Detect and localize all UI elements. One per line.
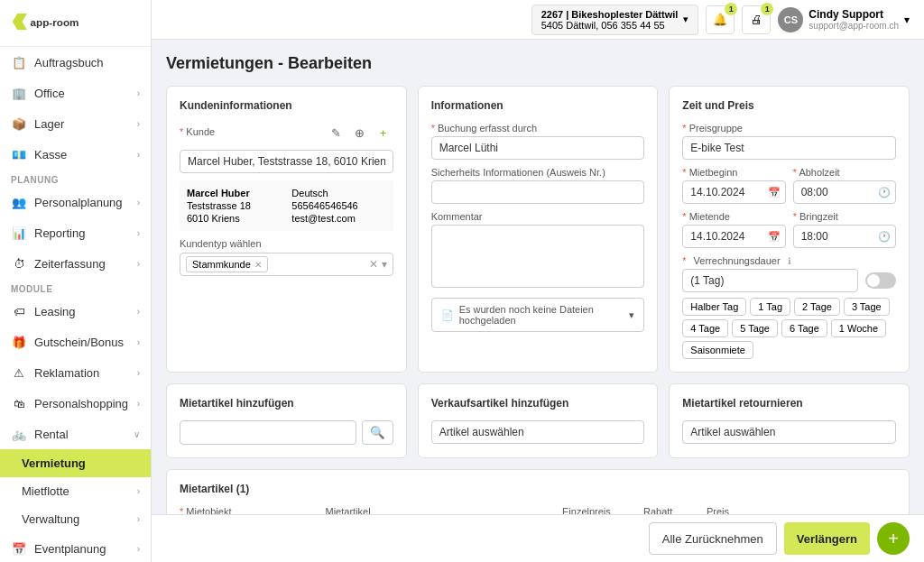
sidebar-item-lager[interactable]: 📦 Lager › <box>0 108 151 139</box>
clear-tags-button[interactable]: ✕ ▾ <box>369 258 386 271</box>
dropdown-arrow-icon: ▾ <box>629 309 634 321</box>
informationen-card: Informationen * Buchung erfasst durch Ma… <box>418 86 659 373</box>
mietbeginn-label: * Mietbeginn <box>682 167 785 178</box>
mietartikel-hinzufuegen-card: Mietartikel hinzufügen 🔍 <box>166 383 407 458</box>
sidebar-item-leasing[interactable]: 🏷 Leasing › <box>0 296 151 327</box>
copy-kunde-button[interactable]: ⊕ <box>350 123 370 143</box>
add-kunde-button[interactable]: + <box>374 123 393 143</box>
alle-zuruecknehmen-button[interactable]: Alle Zurücknehmen <box>649 522 777 555</box>
duration-button[interactable]: 6 Tage <box>781 319 827 337</box>
duration-button[interactable]: 5 Tage <box>732 319 778 337</box>
calendar-icon: 📅 <box>768 187 781 198</box>
preisgruppe-select[interactable]: E-bike Test <box>682 136 896 160</box>
kommentar-label: Kommentar <box>431 211 645 222</box>
verrechnungsdauer-select[interactable]: (1 Tag) <box>682 269 858 292</box>
preis-label: Preis <box>707 506 779 514</box>
add-button[interactable]: + <box>877 522 910 555</box>
kundentyp-tag-input[interactable]: Stammkunde ✕ ✕ ▾ <box>180 253 393 276</box>
verkaufsartikel-hinzufuegen-title: Verkaufsartikel hinzufügen <box>431 397 645 410</box>
info-icon[interactable]: ℹ <box>788 256 791 266</box>
kunde-field-row: * Kunde ✎ ⊕ + <box>180 123 393 143</box>
sidebar-item-reklamation[interactable]: ⚠ Reklamation › <box>0 357 151 388</box>
user-menu[interactable]: CS Cindy Support support@app-room.ch ▾ <box>778 7 910 32</box>
sicherheit-label: Sicherheits Informationen (Ausweis Nr.) <box>431 167 645 178</box>
sidebar-item-reporting[interactable]: 📊 Reporting › <box>0 217 151 248</box>
sidebar-item-zeiterfassung[interactable]: ⏱ Zeiterfassung › <box>0 248 151 279</box>
duration-button[interactable]: 3 Tage <box>844 298 890 316</box>
mietbeginn-input-group: 📅 <box>682 180 785 204</box>
chevron-icon: ∨ <box>134 429 140 439</box>
print-button[interactable]: 🖨 1 <box>742 5 771 34</box>
clock-icon: ⏱ <box>11 255 27 272</box>
duration-button[interactable]: 4 Tage <box>682 319 728 337</box>
mietartikel-retournieren-select[interactable]: Artikel auswählen <box>682 420 896 444</box>
buchung-label: * Buchung erfasst durch <box>431 123 645 134</box>
mietartikel-retournieren-title: Mietartikel retournieren <box>682 397 896 410</box>
duration-button[interactable]: Saisonmiete <box>682 341 753 359</box>
notification-button[interactable]: 🔔 1 <box>706 5 735 34</box>
people-icon: 👥 <box>11 194 27 210</box>
calendar-icon: 📅 <box>768 231 781 243</box>
sidebar-item-auftragsbuch[interactable]: 📋 Auftragsbuch <box>0 47 151 78</box>
remove-tag-button[interactable]: ✕ <box>254 260 262 270</box>
page-title: Vermietungen - Bearbeiten <box>166 54 910 73</box>
sidebar-item-label: Eventplanung <box>34 542 106 556</box>
customer-email: test@test.com <box>291 213 385 224</box>
sidebar-item-gutschein[interactable]: 🎁 Gutschein/Bonus › <box>0 327 151 357</box>
kommentar-textarea[interactable] <box>431 225 645 288</box>
top-cards-row: Kundeninformationen * Kunde ✎ ⊕ + Marcel… <box>166 86 910 373</box>
edit-kunde-button[interactable]: ✎ <box>327 123 346 143</box>
sidebar-item-personalplanung[interactable]: 👥 Personalplanung › <box>0 187 151 217</box>
chevron-icon: › <box>137 228 140 238</box>
svg-text:app-room: app-room <box>31 16 79 28</box>
mietobjekt-label: * Mietobjekt <box>180 506 317 514</box>
sidebar-item-label: Reklamation <box>34 366 99 380</box>
duration-button[interactable]: 1 Tag <box>750 298 790 316</box>
sidebar-item-label: Personalshopping <box>34 397 128 410</box>
clock-icon: 🕐 <box>878 231 891 243</box>
main-content: 2267 | Bikeshoplester Dättwil 5405 Dättw… <box>152 0 924 562</box>
duration-button[interactable]: 2 Tage <box>794 298 840 316</box>
warehouse-icon: 📦 <box>11 115 27 132</box>
print-badge: 1 <box>761 3 773 15</box>
sicherheit-input[interactable] <box>431 180 645 204</box>
verlaengern-button[interactable]: Verlängern <box>784 522 870 555</box>
chevron-icon: › <box>137 150 140 160</box>
sidebar-item-office[interactable]: 🏢 Office › <box>0 78 151 108</box>
sidebar-item-verwaltung[interactable]: Verwaltung › <box>0 505 151 533</box>
mietartikel-search-button[interactable]: 🔍 <box>362 420 393 445</box>
sidebar-item-kasse[interactable]: 💶 Kasse › <box>0 139 151 170</box>
sidebar-item-label: Verwaltung <box>22 512 79 526</box>
sidebar-item-vermietung[interactable]: Vermietung <box>0 449 151 477</box>
mietobjekt-field: * Mietobjekt E-Bike Trail <box>180 506 317 514</box>
sidebar-item-eventplanung[interactable]: 📅 Eventplanung › <box>0 533 151 562</box>
verrechnungsdauer-toggle[interactable] <box>865 272 896 289</box>
duration-button[interactable]: Halber Tag <box>682 298 746 316</box>
sidebar-item-personalshopping[interactable]: 🛍 Personalshopping › <box>0 388 151 419</box>
mietartikel-select[interactable] <box>180 420 356 445</box>
sidebar-item-label: Mietflotte <box>22 484 69 498</box>
einzelpreis-label: Einzelpreis <box>562 506 634 514</box>
sidebar-item-mietflotte[interactable]: Mietflotte › <box>0 477 151 505</box>
sidebar-item-label: Reporting <box>34 226 85 240</box>
cash-icon: 💶 <box>11 146 27 162</box>
upload-icon: 📄 <box>441 309 454 321</box>
chevron-down-icon: ▾ <box>904 14 910 26</box>
verrechnungsdauer-row: (1 Tag) <box>682 269 896 292</box>
mietartikel-row: * Mietobjekt E-Bike Trail Mietartikel 20… <box>180 506 896 514</box>
rabatt-label: Rabatt <box>643 506 698 514</box>
mietartikel-card: Mietartikel (1) * Mietobjekt E-Bike Trai… <box>166 469 910 514</box>
kunde-select[interactable]: Marcel Huber, Teststrasse 18, 6010 Krien… <box>180 150 393 173</box>
file-upload-area[interactable]: 📄 Es wurden noch keine Dateien hochgelad… <box>431 298 645 332</box>
status-field: Vermietet ▾ <box>788 506 896 514</box>
bringzeit-input-group: 🕐 <box>793 225 896 248</box>
store-selector[interactable]: 2267 | Bikeshoplester Dättwil 5405 Dättw… <box>531 5 699 35</box>
mietende-label: * Mietende <box>682 211 785 222</box>
duration-buttons: Halber Tag1 Tag2 Tage3 Tage4 Tage5 Tage6… <box>682 298 896 359</box>
verkaufsartikel-select[interactable]: Artikel auswählen <box>431 420 645 444</box>
mietartikel-detail-field: Mietartikel 20003470 / BiXS / BX LANE EX… <box>326 506 554 514</box>
sidebar-item-rental[interactable]: 🚲 Rental ∨ <box>0 419 151 449</box>
duration-button[interactable]: 1 Woche <box>831 319 886 337</box>
buchung-select[interactable]: Marcel Lüthi <box>431 136 645 160</box>
clock-icon: 🕐 <box>878 187 891 198</box>
